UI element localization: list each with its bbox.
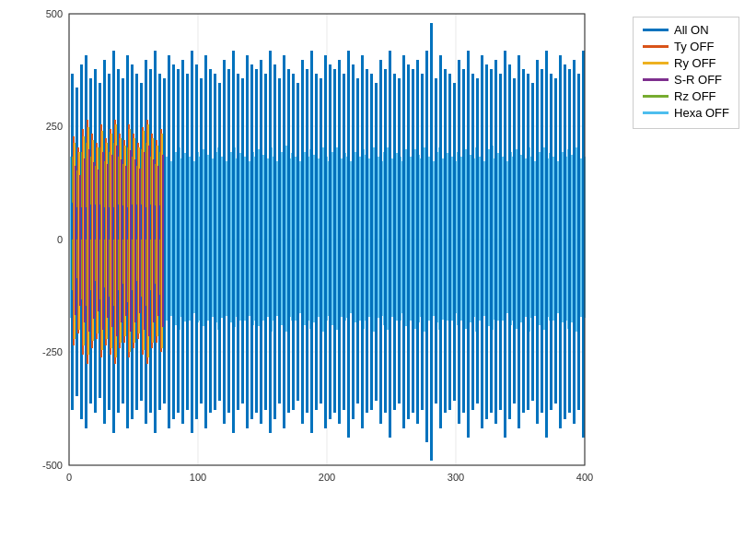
svg-rect-376	[545, 240, 548, 438]
svg-rect-521	[148, 146, 150, 240]
svg-rect-529	[93, 240, 95, 319]
svg-rect-365	[494, 240, 497, 424]
svg-rect-327	[320, 240, 322, 404]
svg-rect-380	[564, 240, 566, 419]
svg-rect-200	[250, 64, 253, 240]
svg-rect-328	[324, 240, 327, 428]
svg-rect-325	[310, 240, 313, 433]
svg-rect-240	[435, 78, 437, 240]
svg-rect-359	[467, 240, 470, 438]
svg-rect-187	[191, 51, 193, 240]
svg-rect-344	[398, 240, 401, 404]
svg-text:-500: -500	[42, 460, 63, 471]
svg-rect-244	[453, 83, 456, 240]
svg-rect-326	[315, 240, 318, 410]
legend-item-hexa-off: Hexa OFF	[643, 106, 729, 120]
svg-rect-257	[513, 78, 516, 240]
legend-label-all-on: All ON	[674, 23, 709, 37]
svg-text:300: 300	[448, 472, 464, 483]
svg-rect-516	[125, 166, 127, 240]
svg-rect-531	[102, 240, 104, 330]
svg-text:400: 400	[576, 472, 593, 483]
legend-item-rz-off: Rz OFF	[643, 89, 729, 103]
svg-rect-338	[370, 240, 373, 410]
svg-rect-266	[554, 78, 557, 240]
svg-rect-356	[453, 240, 456, 401]
svg-rect-360	[471, 240, 474, 410]
svg-rect-313	[255, 240, 258, 413]
svg-rect-348	[416, 240, 419, 424]
svg-text:0: 0	[66, 472, 72, 483]
svg-rect-541	[148, 240, 150, 336]
svg-rect-245	[458, 60, 460, 240]
svg-rect-318	[278, 240, 281, 404]
svg-rect-381	[568, 240, 571, 413]
svg-rect-262	[536, 60, 539, 240]
svg-rect-519	[139, 169, 141, 240]
svg-rect-539	[139, 240, 141, 313]
svg-rect-220	[343, 74, 345, 240]
svg-rect-309	[237, 240, 239, 410]
chart-legend: All ON Ty OFF Ry OFF S-R OFF Rz OFF Hexa…	[633, 17, 739, 129]
svg-rect-525	[75, 240, 76, 315]
svg-rect-203	[264, 74, 267, 240]
svg-rect-349	[421, 240, 424, 410]
svg-rect-223	[356, 78, 359, 240]
svg-rect-267	[559, 55, 562, 240]
svg-rect-207	[283, 55, 285, 240]
svg-rect-306	[223, 240, 226, 424]
svg-rect-320	[287, 240, 290, 413]
svg-rect-212	[306, 69, 308, 240]
svg-rect-523	[157, 166, 159, 240]
svg-rect-535	[121, 240, 122, 322]
svg-rect-270	[573, 60, 576, 240]
svg-rect-208	[287, 69, 290, 240]
svg-rect-247	[467, 51, 470, 240]
legend-item-all-on: All ON	[643, 23, 729, 37]
svg-rect-512	[107, 164, 109, 240]
svg-rect-239	[430, 23, 433, 240]
svg-rect-232	[398, 78, 401, 240]
svg-rect-511	[102, 152, 104, 240]
legend-item-ty-off: Ty OFF	[643, 40, 729, 53]
svg-rect-217	[329, 64, 331, 240]
svg-rect-265	[550, 74, 552, 240]
svg-rect-351	[430, 240, 433, 461]
svg-rect-192	[214, 74, 216, 240]
svg-rect-524	[162, 155, 164, 240]
svg-rect-347	[412, 240, 414, 413]
svg-rect-342	[389, 240, 391, 438]
svg-rect-204	[269, 51, 272, 240]
svg-rect-229	[384, 69, 387, 240]
svg-rect-355	[448, 240, 451, 410]
legend-label-hexa-off: Hexa OFF	[674, 106, 729, 120]
legend-item-ry-off: Ry OFF	[643, 56, 729, 70]
svg-rect-221	[347, 51, 350, 240]
svg-rect-219	[338, 60, 341, 240]
svg-rect-258	[518, 55, 520, 240]
svg-rect-542	[153, 240, 155, 322]
legend-color-sr-off	[643, 78, 669, 81]
svg-rect-310	[241, 240, 244, 404]
svg-rect-312	[250, 240, 253, 419]
svg-rect-544	[162, 240, 164, 327]
svg-rect-517	[130, 150, 132, 240]
svg-rect-514	[116, 146, 118, 240]
svg-rect-299	[191, 240, 193, 433]
svg-rect-370	[518, 240, 520, 428]
svg-rect-515	[121, 159, 122, 240]
svg-rect-340	[379, 240, 382, 424]
svg-rect-510	[98, 170, 99, 240]
svg-rect-233	[402, 55, 405, 240]
svg-rect-369	[513, 240, 516, 404]
svg-rect-350	[425, 240, 428, 442]
svg-rect-201	[255, 69, 258, 240]
svg-rect-315	[264, 240, 267, 410]
svg-rect-255	[504, 51, 506, 240]
svg-rect-346	[407, 240, 410, 419]
svg-rect-354	[444, 240, 447, 413]
svg-text:100: 100	[190, 472, 206, 483]
svg-rect-263	[541, 69, 543, 240]
svg-rect-308	[232, 240, 235, 433]
svg-rect-304	[214, 240, 216, 410]
